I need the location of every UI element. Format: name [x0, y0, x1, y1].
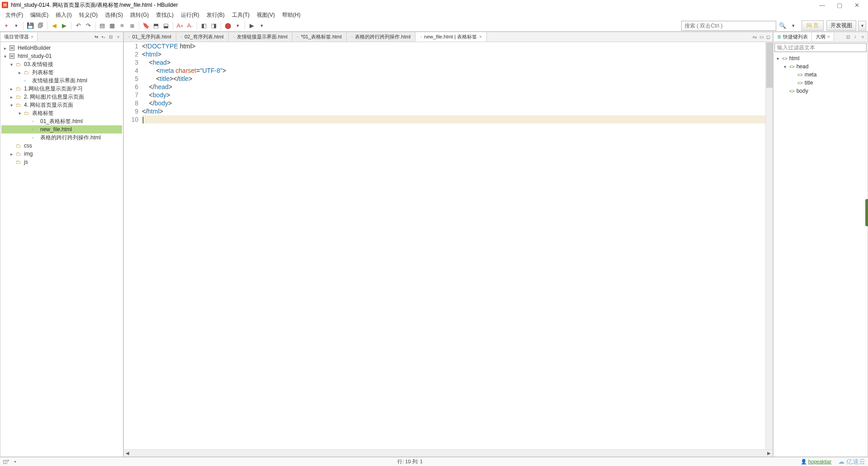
menu-item[interactable]: 查找(L) [153, 10, 176, 20]
status-icon-a[interactable]: ◫° [3, 459, 9, 464]
outline-item[interactable]: <>body [775, 87, 866, 95]
save-all-button[interactable]: 🗐 [36, 21, 45, 30]
cloud-badge[interactable]: ☁ 亿速云 [838, 458, 865, 466]
tree-item[interactable]: ▸🗀1.网站信息显示页面学习 [1, 85, 122, 93]
menu-icon[interactable]: ▿ [859, 34, 866, 40]
wy-button[interactable]: 问 言 [802, 20, 824, 31]
mark-a[interactable]: ⬒ [151, 21, 160, 30]
link-icon[interactable]: ⇆ [93, 34, 99, 40]
collapse-icon[interactable]: ⊟ [108, 34, 114, 40]
menu-item[interactable]: 转义(O) [76, 10, 100, 20]
menu-item[interactable]: 插入(I) [53, 10, 74, 20]
outdent-button[interactable]: ≡ [118, 21, 127, 30]
save-button[interactable]: 💾 [26, 21, 35, 30]
menu-item[interactable]: 运行(R) [178, 10, 202, 20]
close-icon[interactable]: × [31, 34, 33, 39]
editor-tab[interactable]: ▫02_有序列表.html [176, 32, 229, 42]
search-go[interactable]: 🔍 [778, 21, 787, 30]
tree-item[interactable]: ▾🅆html_study-01 [1, 52, 122, 60]
tab-overflow[interactable]: »₂ [751, 34, 758, 39]
outline-item[interactable]: ▾<>head [775, 62, 866, 71]
tree-item[interactable]: ▸🗀img [1, 150, 122, 158]
maximize-button[interactable]: ▢ [837, 2, 843, 8]
shortcut-tab[interactable]: ≣ 快捷键列表 [774, 33, 812, 41]
scroll-right-icon[interactable]: ▶ [765, 450, 773, 456]
search-input[interactable] [681, 21, 776, 31]
tool-d[interactable]: ◨ [209, 21, 218, 30]
tool-b[interactable]: ▦ [108, 21, 117, 30]
horizontal-scrollbar[interactable]: ◀ ▶ [124, 449, 773, 456]
menu-item[interactable]: 跳转(G) [127, 10, 151, 20]
forward-button[interactable]: ▶ [60, 21, 69, 30]
project-tab[interactable]: 项目管理器 × [0, 33, 38, 41]
outline-item[interactable]: <>meta [775, 71, 866, 79]
outline-tab[interactable]: 大纲 × [812, 33, 834, 41]
editor-tab[interactable]: ▫new_file.html | 表格标签× [415, 32, 487, 42]
focus-icon[interactable]: ⊡ [845, 34, 851, 40]
project-tree[interactable]: ▸🅆HelloHBuilder▾🅆html_study-01▾🗀03.友情链接▸… [0, 42, 123, 456]
menu-item[interactable]: 工具(T) [229, 10, 252, 20]
menu-item[interactable]: 视图(V) [254, 10, 278, 20]
close-icon[interactable]: × [827, 34, 830, 39]
redo-button[interactable]: ↷ [84, 21, 93, 30]
editor-tab[interactable]: ▫01_无序列表.html [124, 32, 176, 42]
bookmark-button[interactable]: 🔖 [142, 21, 151, 30]
close-button[interactable]: ✕ [854, 2, 861, 8]
outline-item[interactable]: <>title [775, 79, 866, 87]
tool-g[interactable]: ▶ [247, 21, 256, 30]
code-editor[interactable]: <!DOCTYPE html><html> <head> <meta chars… [142, 42, 765, 449]
search-drop[interactable]: ▼ [789, 21, 798, 30]
tool-h[interactable]: ▼ [257, 21, 266, 30]
tree-item[interactable]: ▾🗀03.友情链接 [1, 60, 122, 68]
menu-icon[interactable]: ▿ [115, 34, 121, 40]
dev-view-button[interactable]: 开发视图 [826, 20, 856, 31]
editor-tab[interactable]: ▫*01_表格标签.html [292, 32, 347, 42]
back-button[interactable]: ◀ [50, 21, 59, 30]
scroll-left-icon[interactable]: ◀ [124, 450, 131, 456]
tree-item[interactable]: ▾🗀表格标签 [1, 109, 122, 117]
tree-item[interactable]: 🗀css [1, 142, 122, 150]
tree-item[interactable]: 🗀js [1, 158, 122, 166]
undo-button[interactable]: ↶ [74, 21, 83, 30]
outline-tree[interactable]: ▾<>html▾<>head<>meta<>title<>body [774, 53, 868, 96]
minimize-icon[interactable]: ▭ [759, 34, 764, 39]
tree-item[interactable]: ▫new_file.html [1, 125, 122, 133]
indent-button[interactable]: ≣ [127, 21, 137, 30]
user-name[interactable]: hopeaktiar [808, 459, 831, 464]
tree-item[interactable]: ▸🅆HelloHBuilder [1, 44, 122, 52]
tree-item[interactable]: ▾🗀4. 网站首页显示页面 [1, 101, 122, 109]
menu-item[interactable]: 选择(S) [102, 10, 126, 20]
tool-a[interactable]: ▤ [98, 21, 107, 30]
tool-c[interactable]: ◧ [199, 21, 208, 30]
mark-b[interactable]: ⬓ [161, 21, 170, 30]
tree-item[interactable]: ▫友情链接显示界面.html [1, 76, 122, 85]
tree-item[interactable]: ▫表格的跨行跨列操作.html [1, 133, 122, 142]
editor-tab[interactable]: ▫表格的跨行跨列操作.html [347, 32, 415, 42]
filter-icon[interactable]: •₊ [100, 34, 107, 40]
status-icon-b[interactable]: • [14, 459, 16, 464]
window-title: html_study-01/4. 网站首页显示页面/表格标签/new_file.… [11, 1, 178, 9]
maximize-icon[interactable]: ◻ [765, 34, 771, 39]
minimize-button[interactable]: — [819, 2, 826, 8]
outline-item[interactable]: ▾<>html [775, 54, 866, 62]
tree-item[interactable]: ▸🗀2. 网站图片信息显示页面 [1, 93, 122, 101]
outline-filter-input[interactable]: 输入过滤器文本 [774, 43, 867, 52]
font-dec[interactable]: A- [185, 21, 194, 30]
menu-item[interactable]: 帮助(H) [279, 10, 303, 20]
sort-icon[interactable]: ↕ [852, 34, 859, 40]
tool-f[interactable]: ▼ [233, 21, 242, 30]
vertical-scrollbar[interactable] [765, 42, 773, 449]
menu-item[interactable]: 编辑(E) [28, 10, 51, 20]
user-icon: 👤 [801, 459, 807, 464]
editor-tab[interactable]: ▫友情链接显示界面.html [229, 32, 292, 42]
dev-view-drop[interactable]: ▾ [858, 21, 866, 31]
menu-item[interactable]: 发行(B) [204, 10, 227, 20]
tree-item[interactable]: ▸🗀列表标签 [1, 68, 122, 76]
tree-item[interactable]: ▫01_表格标签.html [1, 117, 122, 125]
right-handle[interactable] [865, 199, 868, 226]
new-dropdown[interactable]: ▼ [12, 21, 21, 30]
new-button[interactable]: + [2, 21, 11, 30]
tool-e[interactable]: ⬤ [223, 21, 232, 30]
menu-item[interactable]: 文件(F) [3, 10, 26, 20]
font-inc[interactable]: A+ [175, 21, 184, 30]
